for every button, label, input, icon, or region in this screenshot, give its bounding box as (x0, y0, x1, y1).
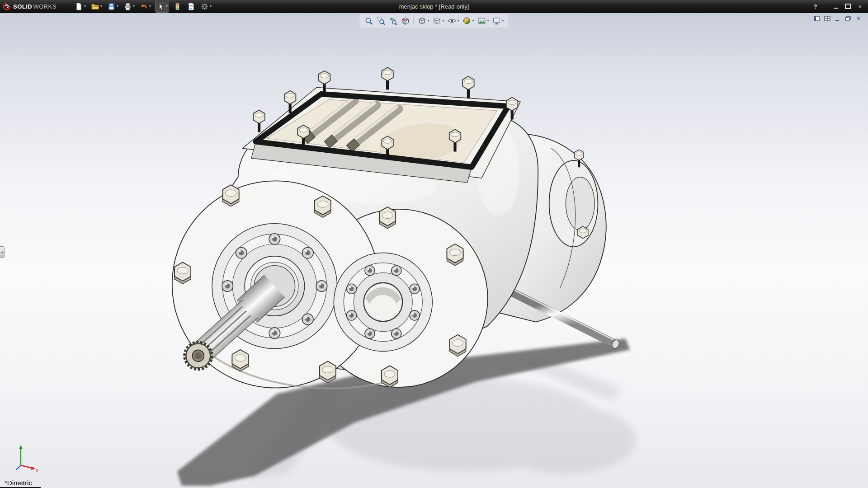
open-button[interactable]: ▾ (90, 0, 103, 12)
chevron-down-icon[interactable]: ▾ (442, 19, 444, 23)
app-logo: SOLID WORKS (0, 0, 61, 13)
window-controls: ? × (810, 0, 865, 13)
chevron-down-icon[interactable]: ▾ (427, 19, 429, 23)
previous-view-button[interactable] (387, 15, 398, 27)
zoom-to-area-button[interactable] (375, 15, 386, 27)
previous-view-icon (388, 16, 397, 25)
restore-icon (845, 4, 851, 9)
rear-bolt-icon[interactable] (578, 226, 588, 238)
view-orientation-cube-icon (417, 16, 426, 25)
document-close-button[interactable]: × (854, 15, 863, 22)
print-button[interactable]: ▾ (123, 0, 136, 12)
minimize-button[interactable] (830, 2, 841, 11)
chevron-down-icon[interactable]: ▾ (457, 19, 459, 23)
document-window-controls: × (813, 15, 863, 22)
new-document-icon (75, 2, 83, 11)
hide-show-items-button[interactable]: ▾ (446, 15, 460, 27)
chevron-down-icon[interactable]: ▾ (84, 5, 86, 8)
scene-photo-icon (477, 16, 486, 25)
edit-appearance-button[interactable]: ▾ (462, 15, 475, 27)
solidworks-logo-icon (3, 2, 11, 10)
window-pane-icon (814, 16, 820, 21)
section-view-icon (401, 16, 410, 25)
panel-splitter-handle[interactable]: ◂ (0, 246, 5, 258)
zoom-to-fit-button[interactable] (363, 15, 374, 27)
minimize-icon (835, 16, 841, 21)
collapse-arrow-icon: ◂ (1, 250, 3, 254)
file-properties-button[interactable] (186, 0, 196, 12)
front-flange-right[interactable] (334, 253, 432, 352)
section-view-button[interactable] (400, 15, 410, 27)
display-style-icon (432, 16, 441, 25)
select-window-button[interactable] (813, 15, 821, 22)
gear-icon (200, 2, 209, 11)
pane-layout-button[interactable] (823, 15, 831, 22)
zoom-to-fit-icon (364, 16, 373, 25)
document-minimize-button[interactable] (834, 15, 842, 22)
save-icon (107, 2, 116, 11)
toolbar-separator (413, 17, 414, 25)
orientation-triad: x (12, 443, 39, 473)
save-button[interactable]: ▾ (106, 0, 119, 12)
heads-up-view-toolbar: ▾ ▾ ▾ ▾ ▾ ▾ (359, 14, 508, 28)
view-orientation-label: *Dimetric (5, 479, 32, 487)
options-button[interactable]: ▾ (199, 0, 212, 12)
solidworks-window: { "titlebar": { "brand_bold": "SOLID", "… (0, 0, 868, 488)
undo-button[interactable]: ▾ (139, 0, 152, 12)
print-icon (123, 2, 132, 11)
close-button[interactable]: × (855, 2, 865, 11)
select-button[interactable]: ▾ (155, 0, 169, 13)
chevron-down-icon[interactable]: ▾ (472, 19, 474, 23)
chevron-down-icon[interactable]: ▾ (210, 5, 212, 8)
chevron-down-icon[interactable]: ▾ (487, 19, 489, 23)
chevron-down-icon[interactable]: ▾ (166, 5, 168, 8)
rebuild-traffic-light-icon (173, 2, 182, 11)
chevron-down-icon[interactable]: ▾ (100, 5, 102, 8)
brand-text-solid: SOLID (13, 3, 32, 10)
eye-icon (447, 16, 456, 25)
select-cursor-icon (156, 2, 165, 11)
rebuild-button[interactable] (172, 0, 183, 12)
file-properties-icon (187, 2, 195, 11)
chevron-down-icon[interactable]: ▾ (117, 5, 118, 8)
zoom-to-area-icon (376, 16, 385, 25)
minimize-icon (834, 8, 838, 9)
split-pane-icon (824, 16, 830, 21)
titlebar: SOLID WORKS ▾ ▾ ▾ ▾ ▾ ▾ (0, 0, 868, 13)
quick-access-toolbar: ▾ ▾ ▾ ▾ ▾ ▾ ▾ (74, 0, 212, 13)
chevron-down-icon[interactable]: ▾ (149, 5, 151, 8)
apply-scene-button[interactable]: ▾ (476, 15, 490, 27)
brand-text-works: WORKS (33, 3, 57, 10)
view-orientation-button[interactable]: ▾ (416, 15, 430, 27)
new-document-button[interactable]: ▾ (74, 0, 87, 12)
restore-icon (845, 16, 851, 21)
view-settings-icon (492, 16, 501, 25)
triad-x-label: x (36, 468, 38, 473)
open-folder-icon (91, 2, 99, 11)
appearance-ball-icon (462, 16, 472, 25)
chevron-down-icon[interactable]: ▾ (502, 19, 504, 23)
restore-button[interactable] (843, 2, 853, 11)
help-button[interactable]: ? (810, 2, 821, 11)
document-restore-button[interactable] (844, 15, 852, 22)
chevron-down-icon[interactable]: ▾ (133, 5, 135, 8)
display-style-button[interactable]: ▾ (431, 15, 445, 27)
undo-icon (140, 2, 148, 11)
model-3d[interactable] (0, 0, 868, 488)
view-settings-button[interactable]: ▾ (491, 15, 505, 27)
